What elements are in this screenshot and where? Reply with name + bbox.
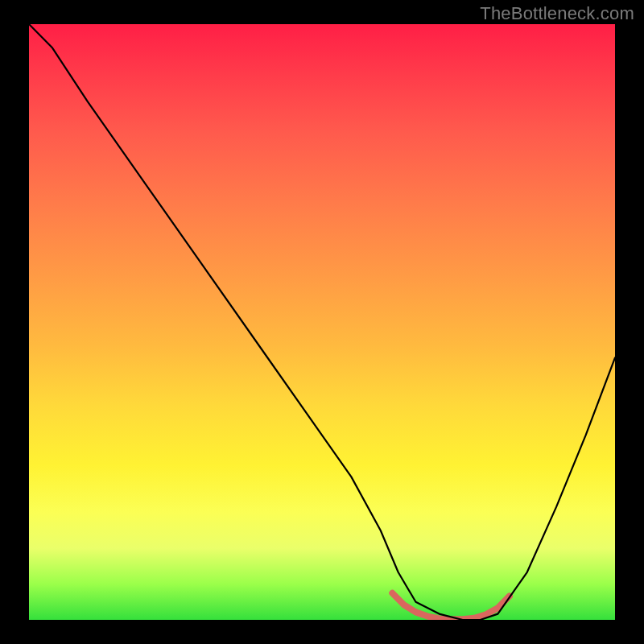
watermark-text: TheBottleneck.com bbox=[480, 3, 634, 24]
plot-area bbox=[29, 24, 615, 620]
chart-stage: TheBottleneck.com bbox=[0, 0, 644, 644]
bottleneck-curve bbox=[29, 24, 615, 620]
chart-svg bbox=[29, 24, 615, 620]
